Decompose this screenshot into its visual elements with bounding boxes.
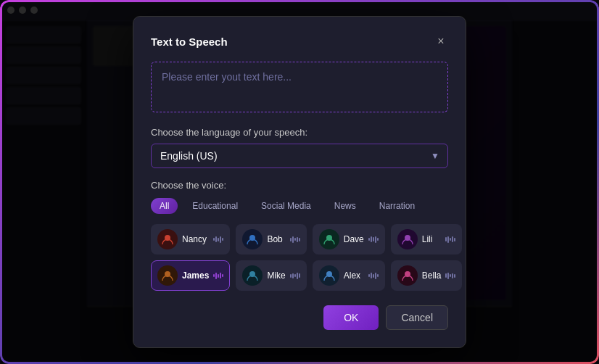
voice-avatar-lili (397, 229, 418, 249)
cancel-button[interactable]: Cancel (386, 305, 448, 330)
filter-tab-news[interactable]: News (326, 198, 365, 214)
ok-button[interactable]: OK (323, 305, 379, 330)
voice-name-mike: Mike (267, 270, 285, 281)
voice-name-james: James (182, 270, 209, 281)
voice-name-bella: Bella (422, 270, 442, 281)
voice-avatar-nancy (157, 229, 178, 249)
voice-card-alex[interactable]: Alex (313, 260, 385, 291)
voice-card-bob[interactable]: Bob (236, 224, 306, 255)
voice-card-bella[interactable]: Bella (391, 260, 463, 291)
filter-tabs: All Educational Social Media News Narrat… (151, 198, 448, 214)
voice-card-lili[interactable]: Lili (391, 224, 463, 255)
dialog-header: Text to Speech × (151, 34, 448, 49)
voice-card-james[interactable]: James (151, 260, 230, 291)
wave-icon-nancy (213, 236, 223, 243)
voice-name-alex: Alex (344, 270, 364, 281)
wave-icon-james (213, 273, 223, 279)
voice-avatar-bella (397, 265, 418, 286)
language-select-wrapper: English (US) English (UK) Spanish French… (151, 144, 448, 168)
voice-avatar-bob (242, 229, 263, 249)
wave-icon-bob (290, 236, 300, 243)
wave-icon-mike (290, 273, 300, 279)
voice-card-dave[interactable]: Dave (313, 224, 385, 255)
filter-tab-narration[interactable]: Narration (371, 198, 424, 214)
voice-avatar-alex (319, 265, 339, 286)
dialog-footer: OK Cancel (151, 305, 448, 330)
language-label: Choose the language of your speech: (151, 127, 448, 138)
voice-card-mike[interactable]: Mike (236, 260, 306, 291)
voice-label: Choose the voice: (151, 180, 448, 191)
language-select[interactable]: English (US) English (UK) Spanish French… (151, 144, 448, 168)
voice-name-dave: Dave (344, 234, 364, 244)
wave-icon-dave (368, 236, 379, 243)
wave-icon-bella (445, 273, 455, 279)
voice-name-bob: Bob (267, 234, 285, 244)
filter-tab-all[interactable]: All (151, 198, 178, 214)
dialog-title: Text to Speech (151, 36, 228, 48)
filter-tab-educational[interactable]: Educational (183, 198, 247, 214)
wave-icon-alex (368, 273, 379, 279)
voice-avatar-james (157, 265, 178, 286)
voice-avatar-dave (319, 229, 339, 249)
voice-name-nancy: Nancy (182, 234, 209, 244)
wave-icon-lili (445, 236, 455, 243)
voice-avatar-mike (242, 265, 263, 286)
voice-card-nancy[interactable]: Nancy (151, 224, 230, 255)
voice-grid: Nancy Bob (151, 224, 448, 291)
filter-tab-social-media[interactable]: Social Media (252, 198, 320, 214)
close-button[interactable]: × (434, 34, 448, 49)
voice-name-lili: Lili (422, 234, 442, 244)
text-input[interactable] (151, 62, 448, 112)
text-to-speech-dialog: Text to Speech × Choose the language of … (133, 16, 466, 348)
